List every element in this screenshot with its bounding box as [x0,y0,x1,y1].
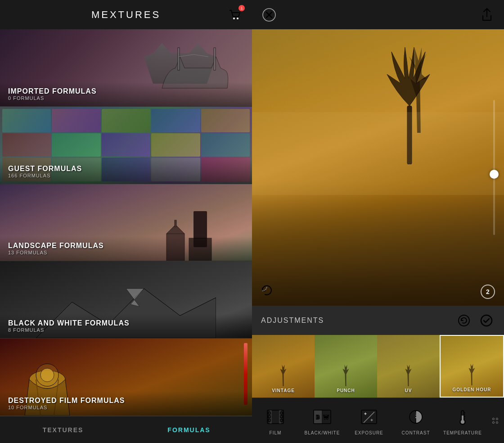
adjustments-bar: ADJUSTMENTS [252,306,504,335]
close-button[interactable] [261,7,277,23]
svg-text:B: B [316,414,320,420]
bottom-tabs: TEXTURES FORMULAS [0,416,252,443]
svg-rect-2 [178,48,180,70]
tool-contrast-label: CONTRAST [402,430,430,435]
film-icon [265,406,286,428]
formula-title-landscape: LANDSCAPE FORMULAS [8,242,244,250]
tool-temperature[interactable]: TEMPERATURE [439,406,486,435]
formula-count-bw: 8 FORMULAS [8,327,244,333]
svg-rect-3 [214,48,216,70]
svg-rect-20 [268,412,270,414]
filter-uv[interactable]: UV [377,335,440,398]
formula-overlay-imported: IMPORTED FORMULAS 0 FORMULAS [0,82,252,106]
filter-vintage-label: VINTAGE [272,388,295,393]
svg-rect-6 [175,220,176,227]
svg-point-16 [481,315,492,326]
slider-track[interactable] [493,100,495,235]
tab-formulas-label: FORMULAS [167,426,210,434]
tool-bw-label: BLACK/WHITE [305,430,340,435]
adj-undo-button[interactable] [455,312,472,329]
filter-golden-hour[interactable]: GOLDEN HOUR [440,335,504,398]
svg-rect-21 [268,416,270,418]
formula-item-guest[interactable]: GUEST FORMULAS 166 FORMULAS [0,107,252,184]
formula-title-bw: BLACK AND WHITE FORMULAS [8,319,244,327]
right-header [252,0,504,29]
filter-row: VINTAGE PUNCH UV GOLDEN HOUR [252,335,504,398]
formula-item-landscape[interactable]: LANDSCAPE FORMULAS 13 FORMULAS [0,184,252,262]
filter-golden-hour-label: GOLDEN HOUR [453,387,491,392]
adj-confirm-button[interactable] [478,312,495,329]
svg-text:W: W [324,414,329,420]
adjustments-label: ADJUSTMENTS [261,316,324,325]
filter-punch-label: PUNCH [337,388,355,393]
filter-vintage[interactable]: VINTAGE [252,335,315,398]
svg-point-10 [36,364,58,386]
main-image-container: 2 [252,29,504,306]
undo-button-image[interactable] [259,283,275,299]
tab-formulas[interactable]: FORMULAS [126,416,252,443]
formula-overlay-bw: BLACK AND WHITE FORMULAS 8 FORMULAS [0,314,252,338]
svg-point-1 [237,18,238,19]
left-header: MEXTURES 1 [0,0,252,29]
adj-buttons [455,312,495,329]
formula-count-guest: 166 FORMULAS [8,173,244,178]
cart-badge: 1 [238,5,245,11]
formula-title-guest: GUEST FORMULAS [8,165,244,173]
tool-more[interactable] [486,410,504,431]
svg-point-15 [459,315,469,326]
tool-exposure[interactable]: EXPOSURE [346,406,392,435]
formula-item-bw[interactable]: BLACK AND WHITE FORMULAS 8 FORMULAS [0,261,252,339]
svg-rect-24 [280,416,283,418]
formula-count-destroyed: 10 FORMULAS [8,405,244,410]
formula-count-imported: 0 FORMULAS [8,95,244,101]
svg-rect-25 [280,419,283,421]
formula-count-landscape: 13 FORMULAS [8,250,244,255]
tool-bw[interactable]: B W BLACK/WHITE [299,406,346,435]
svg-rect-22 [268,419,270,421]
more-icon [486,410,504,431]
tab-textures-label: TEXTURES [43,426,84,434]
tab-textures[interactable]: TEXTURES [0,416,126,443]
exposure-icon [358,406,380,428]
app-title: MEXTURES [91,9,161,21]
formula-item-imported[interactable]: IMPORTED FORMULAS 0 FORMULAS [0,29,252,107]
bw-icon: B W [311,406,333,428]
left-panel: MEXTURES 1 IMPORT [0,0,252,443]
contrast-icon [405,406,427,428]
formula-overlay-guest: GUEST FORMULAS 166 FORMULAS [0,159,252,184]
main-image [252,29,504,306]
slider-thumb[interactable] [490,170,499,179]
layer-count[interactable]: 2 [481,285,495,299]
formula-item-destroyed[interactable]: DESTROYED FILM FORMULAS 10 FORMULAS [0,339,252,416]
svg-rect-37 [462,416,464,421]
filter-punch[interactable]: PUNCH [315,335,377,398]
svg-rect-23 [280,412,283,414]
tool-film-label: FILM [270,430,282,435]
tool-contrast[interactable]: CONTRAST [392,406,439,435]
tool-temperature-label: TEMPERATURE [443,430,482,435]
right-panel: 2 ADJUSTMENTS VINTAG [252,0,504,443]
tool-exposure-label: EXPOSURE [355,430,383,435]
temperature-icon [452,406,473,428]
cart-button[interactable]: 1 [227,7,243,23]
tools-row: FILM B W BLACK/WHITE [252,398,504,443]
formula-title-destroyed: DESTROYED FILM FORMULAS [8,397,244,405]
share-button[interactable] [479,7,495,23]
svg-point-0 [233,18,235,19]
tool-film[interactable]: FILM [252,406,299,435]
formula-overlay-landscape: LANDSCAPE FORMULAS 13 FORMULAS [0,236,252,261]
formula-title-imported: IMPORTED FORMULAS [8,87,244,95]
formula-overlay-destroyed: DESTROYED FILM FORMULAS 10 FORMULAS [0,391,252,416]
filter-uv-label: UV [405,388,412,393]
formula-list: IMPORTED FORMULAS 0 FORMULAS [0,29,252,416]
